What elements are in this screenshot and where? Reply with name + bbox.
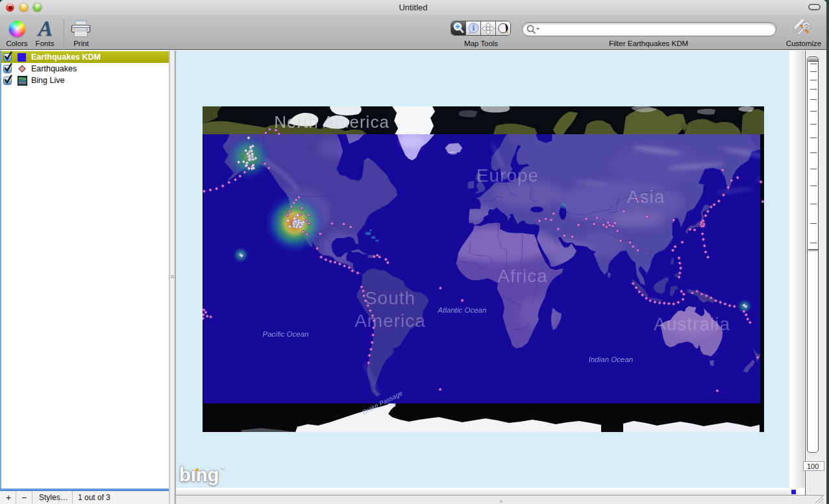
svg-text:Australia: Australia [654,314,730,334]
svg-text:Europe: Europe [476,165,539,186]
svg-text:Atlantic Ocean: Atlantic Ocean [438,306,487,314]
svg-text:Pacific Ocean: Pacific Ocean [263,330,309,338]
svg-text:North America: North America [274,112,390,132]
svg-text:America: America [354,311,426,331]
svg-text:Africa: Africa [497,266,548,286]
svg-text:Indian Ocean: Indian Ocean [589,355,633,363]
svg-text:Asia: Asia [627,187,665,207]
svg-text:South: South [365,288,415,308]
